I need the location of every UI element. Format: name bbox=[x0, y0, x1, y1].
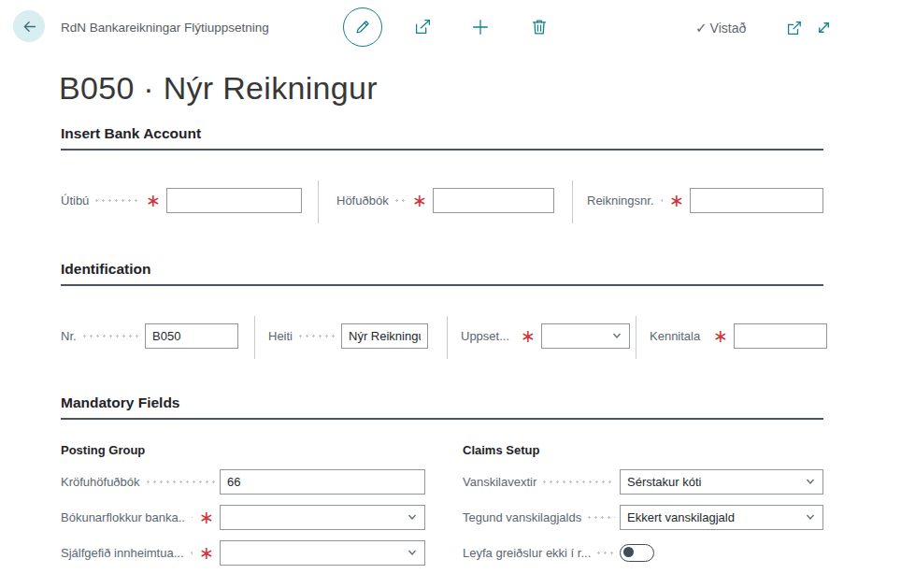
field-nr: Nr. bbox=[61, 323, 238, 349]
expand-button[interactable] bbox=[815, 19, 833, 36]
utibu-input[interactable] bbox=[166, 188, 302, 213]
uppsetning-select[interactable] bbox=[541, 323, 630, 349]
bokunarflokkur-select[interactable] bbox=[220, 505, 425, 530]
field-krofuhofudbok: Kröfuhöfuðbók bbox=[61, 468, 425, 495]
field-kennitala: Kennitala ∗ bbox=[650, 323, 827, 349]
share-icon bbox=[412, 17, 433, 37]
chevron-down-icon bbox=[611, 330, 622, 341]
field-label: Sjálfgefið innheimtua... bbox=[61, 546, 184, 560]
required-icon: ∗ bbox=[521, 327, 536, 345]
required-icon: ∗ bbox=[669, 192, 684, 209]
plus-icon bbox=[470, 17, 491, 37]
field-uppsetning: Uppset... ∗ bbox=[461, 323, 629, 349]
select-value: Sérstakur kóti bbox=[627, 475, 805, 489]
field-reikningsnr: Reikningsnr. ∗ bbox=[587, 187, 823, 213]
page: RdN Bankareikningar Flýtiuppsetning ✓ Vi… bbox=[0, 0, 901, 588]
leyfa-greidslur-toggle[interactable] bbox=[620, 544, 654, 562]
field-label: Heiti bbox=[268, 329, 293, 343]
tegund-vanskilagjalds-select[interactable]: Ekkert vanskilagjald bbox=[620, 505, 823, 530]
trash-icon bbox=[529, 17, 550, 37]
subsection-claims-setup: Claims Setup bbox=[463, 443, 539, 457]
dotted-leader bbox=[93, 199, 139, 202]
field-divider bbox=[254, 316, 255, 359]
field-vanskilavextir: Vanskilavextir Sérstakur kóti bbox=[463, 468, 823, 495]
delete-button[interactable] bbox=[529, 17, 550, 37]
subsection-posting-group: Posting Group bbox=[61, 443, 145, 457]
dotted-leader bbox=[81, 335, 140, 337]
chevron-down-icon bbox=[407, 547, 418, 558]
field-label: Vanskilavextir bbox=[463, 475, 536, 489]
dotted-leader bbox=[189, 552, 193, 554]
field-leyfa-greidslur: Leyfa greiðslur ekki í r... bbox=[463, 539, 823, 566]
dotted-leader bbox=[705, 335, 707, 337]
section-title: Identification bbox=[61, 261, 823, 278]
save-status-label: Vistað bbox=[710, 21, 747, 36]
field-heiti: Heiti bbox=[268, 323, 428, 349]
pencil-icon bbox=[353, 18, 372, 36]
field-label: Leyfa greiðslur ekki í r... bbox=[463, 546, 591, 560]
dotted-leader bbox=[145, 480, 215, 483]
heiti-input[interactable] bbox=[341, 323, 428, 349]
arrow-left-icon bbox=[21, 18, 38, 36]
dotted-leader bbox=[190, 516, 193, 519]
dotted-leader bbox=[541, 480, 615, 483]
required-icon: ∗ bbox=[199, 544, 214, 562]
section-title: Mandatory Fields bbox=[61, 394, 823, 411]
open-in-window-button[interactable] bbox=[785, 20, 802, 36]
share-button[interactable] bbox=[412, 17, 433, 37]
vanskilavextir-select[interactable]: Sérstakur kóti bbox=[620, 469, 823, 495]
chevron-down-icon bbox=[805, 511, 816, 523]
field-label: Bókunarflokkur banka.. bbox=[61, 510, 185, 524]
select-value: Ekkert vanskilagjald bbox=[627, 510, 805, 524]
field-label: Útibú bbox=[61, 194, 89, 208]
hofudbok-input[interactable] bbox=[433, 188, 554, 213]
field-label: Nr. bbox=[61, 329, 77, 343]
dotted-leader bbox=[393, 199, 406, 202]
krofuhofudbok-input[interactable] bbox=[220, 469, 425, 495]
dotted-leader bbox=[586, 516, 615, 519]
field-sjalfgefid: Sjálfgefið innheimtua... ∗ bbox=[61, 539, 425, 566]
dotted-leader bbox=[659, 199, 664, 202]
section-identification: Identification bbox=[61, 261, 823, 286]
sjalfgefid-select[interactable] bbox=[220, 540, 425, 566]
dotted-leader bbox=[595, 552, 615, 554]
required-icon: ∗ bbox=[713, 327, 728, 345]
kennitala-input[interactable] bbox=[734, 323, 827, 349]
chevron-down-icon bbox=[407, 511, 418, 523]
section-insert-bank-account: Insert Bank Account bbox=[61, 125, 823, 151]
back-button[interactable] bbox=[13, 10, 45, 42]
field-label: Tegund vanskilagjalds bbox=[463, 510, 581, 524]
required-icon: ∗ bbox=[199, 509, 214, 526]
field-label: Uppset... bbox=[461, 329, 509, 343]
reikningsnr-input[interactable] bbox=[690, 188, 823, 213]
field-bokunarflokkur: Bókunarflokkur banka.. ∗ bbox=[61, 504, 425, 530]
field-tegund-vanskilagjalds: Tegund vanskilagjalds Ekkert vanskilagja… bbox=[463, 504, 823, 530]
required-icon: ∗ bbox=[146, 192, 161, 209]
field-divider bbox=[636, 316, 636, 359]
dotted-leader bbox=[297, 335, 336, 337]
field-label: Kennitala bbox=[650, 329, 700, 343]
field-label: Kröfuhöfuðbók bbox=[61, 475, 140, 489]
field-divider bbox=[447, 316, 448, 359]
field-utibu: Útibú ∗ bbox=[61, 187, 302, 213]
section-title: Insert Bank Account bbox=[61, 125, 823, 142]
field-label: Reikningsnr. bbox=[587, 194, 654, 208]
field-divider bbox=[318, 180, 319, 223]
field-divider bbox=[572, 180, 573, 223]
toggle-knob bbox=[623, 547, 634, 557]
popout-icon bbox=[785, 20, 802, 36]
field-label: Höfuðbók bbox=[336, 194, 389, 208]
nr-input[interactable] bbox=[145, 323, 238, 349]
new-button[interactable] bbox=[470, 17, 491, 37]
field-hofudbok: Höfuðbók ∗ bbox=[336, 187, 554, 213]
section-mandatory-fields: Mandatory Fields bbox=[61, 394, 823, 420]
toggle-area bbox=[620, 544, 823, 562]
page-caption: RdN Bankareikningar Flýtiuppsetning bbox=[61, 21, 269, 35]
page-title: B050 · Nýr Reikningur bbox=[59, 70, 378, 107]
checkmark-icon: ✓ bbox=[695, 20, 708, 36]
required-icon: ∗ bbox=[412, 192, 427, 209]
edit-button[interactable] bbox=[343, 7, 382, 47]
chevron-down-icon bbox=[805, 476, 816, 487]
expand-icon bbox=[815, 19, 833, 36]
save-status: ✓ Vistað bbox=[695, 20, 746, 36]
